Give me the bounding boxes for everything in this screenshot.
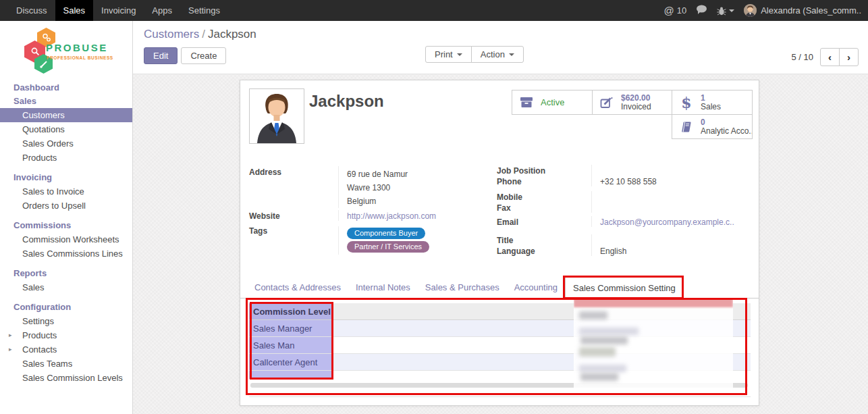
email-link[interactable]: Jackpson@yourcompany.example.c.. bbox=[600, 217, 734, 227]
sidebar-item-quotations[interactable]: Quotations bbox=[0, 122, 132, 136]
sidebar: PROBUSE PROFESSIONAL BUSINESS Dashboard … bbox=[0, 21, 133, 414]
tab-accounting[interactable]: Accounting bbox=[507, 276, 565, 298]
commission-level-cell[interactable]: Sales Manager bbox=[249, 320, 331, 336]
commission-level-header[interactable]: Commission Level bbox=[249, 303, 331, 319]
pager-previous-button[interactable]: ‹ bbox=[820, 48, 840, 66]
expand-arrow-icon: ▸ bbox=[9, 331, 12, 340]
tab-contacts-addresses[interactable]: Contacts & Addresses bbox=[247, 276, 348, 298]
job-position-value[interactable] bbox=[591, 165, 752, 176]
partner-photo[interactable] bbox=[249, 88, 304, 144]
fax-label: Fax bbox=[497, 202, 591, 213]
action-label: Action bbox=[481, 49, 505, 59]
print-caret-icon bbox=[457, 53, 462, 56]
invoiced-label: Invoiced bbox=[621, 103, 651, 111]
sidebar-item-sales-commission-levels[interactable]: Sales Commission Levels bbox=[0, 371, 132, 385]
form-canvas: Jackpson Active $620.00 bbox=[133, 74, 868, 414]
analytic-accounts-stat-button[interactable]: 0 Analytic Acco... bbox=[672, 114, 753, 139]
action-button[interactable]: Action bbox=[471, 46, 524, 63]
sidebar-heading-commissions[interactable]: Commissions bbox=[0, 213, 132, 232]
commission-level-cell[interactable]: Sales Man bbox=[249, 337, 331, 353]
user-menu[interactable]: Alexandra (Sales_comm.. bbox=[744, 4, 861, 17]
sidebar-item-commission-worksheets[interactable]: Commission Worksheets bbox=[0, 232, 132, 247]
messages-icon[interactable] bbox=[696, 5, 707, 17]
user-name: Alexandra (Sales_comm.. bbox=[761, 5, 861, 16]
sales-label: Sales bbox=[701, 103, 721, 111]
address-country: Belgium bbox=[347, 195, 493, 208]
sidebar-item-sales-to-invoice[interactable]: Sales to Invoice bbox=[0, 184, 132, 199]
phone-value[interactable]: +32 10 588 558 bbox=[591, 176, 752, 186]
sheet-divider bbox=[249, 396, 751, 397]
commission-level-cell[interactable]: Callcenter Agent bbox=[249, 354, 331, 370]
sidebar-item-reports-sales[interactable]: Sales bbox=[0, 280, 132, 294]
sidebar-item-config-contacts[interactable]: ▸ Contacts bbox=[0, 342, 132, 357]
analytic-label: Analytic Acco... bbox=[701, 127, 752, 136]
breadcrumb: Customers/Jackpson bbox=[144, 28, 857, 41]
tab-sales-purchases[interactable]: Sales & Purchases bbox=[418, 276, 507, 298]
tab-internal-notes[interactable]: Internal Notes bbox=[348, 276, 418, 298]
breadcrumb-customers-link[interactable]: Customers bbox=[144, 28, 199, 41]
probuse-logo: PROBUSE PROFESSIONAL BUSINESS bbox=[24, 28, 119, 72]
print-label: Print bbox=[435, 49, 453, 59]
book-icon bbox=[678, 121, 695, 133]
print-button[interactable]: Print bbox=[425, 46, 472, 63]
tags-label: Tags bbox=[249, 225, 338, 255]
menu-invoicing[interactable]: Invoicing bbox=[93, 0, 144, 21]
title-label: Title bbox=[497, 234, 591, 245]
partner-name: Jackpson bbox=[309, 92, 384, 111]
tags-field[interactable]: Components Buyer Partner / IT Services bbox=[338, 226, 493, 255]
dollar-icon: $ bbox=[678, 94, 695, 111]
sales-stat-button[interactable]: $ 1 Sales bbox=[672, 90, 753, 115]
control-panel: Customers/Jackpson Edit Create Print Act… bbox=[133, 21, 868, 74]
sidebar-item-products[interactable]: Products bbox=[0, 151, 132, 165]
mention-count: 10 bbox=[677, 5, 686, 16]
sidebar-heading-dashboard[interactable]: Dashboard bbox=[0, 75, 132, 95]
edit-pencil-icon bbox=[599, 97, 615, 109]
fax-value[interactable] bbox=[591, 202, 752, 213]
notebook-tabs: Contacts & Addresses Internal Notes Sale… bbox=[240, 276, 759, 299]
sidebar-item-label: Products bbox=[22, 330, 57, 340]
tag-partner-it-services[interactable]: Partner / IT Services bbox=[347, 241, 429, 253]
website-label: Website bbox=[249, 210, 338, 221]
sidebar-item-sales-commissions-lines[interactable]: Sales Commissions Lines bbox=[0, 247, 132, 261]
mobile-value[interactable] bbox=[591, 191, 752, 202]
menu-settings[interactable]: Settings bbox=[180, 0, 228, 21]
mentions-counter[interactable]: @ 10 bbox=[663, 5, 686, 16]
create-button[interactable]: Create bbox=[181, 47, 226, 64]
sidebar-heading-reports[interactable]: Reports bbox=[0, 261, 132, 280]
menu-sales[interactable]: Sales bbox=[55, 0, 94, 21]
pager-count: 5 / 10 bbox=[791, 52, 813, 62]
tag-components-buyer[interactable]: Components Buyer bbox=[347, 228, 425, 239]
sidebar-item-config-products[interactable]: ▸ Products bbox=[0, 328, 132, 342]
tab-sales-commission-setting[interactable]: Sales Commission Setting bbox=[565, 276, 684, 299]
edit-button[interactable]: Edit bbox=[144, 47, 178, 64]
email-label: Email bbox=[497, 216, 591, 227]
menu-discuss[interactable]: Discuss bbox=[8, 0, 55, 21]
sidebar-heading-configuration[interactable]: Configuration bbox=[0, 294, 132, 314]
website-link[interactable]: http://www.jackpson.com bbox=[347, 211, 436, 221]
address-city: Wavre 1300 bbox=[347, 181, 493, 195]
invoiced-stat-button[interactable]: $620.00 Invoiced bbox=[592, 90, 673, 115]
pager-next-button[interactable]: › bbox=[839, 48, 859, 66]
sidebar-item-sales-teams[interactable]: Sales Teams bbox=[0, 357, 132, 371]
active-stat-button[interactable]: Active bbox=[512, 90, 593, 115]
sidebar-heading-sales[interactable]: Sales bbox=[0, 95, 132, 108]
user-avatar bbox=[744, 4, 757, 17]
address-street: 69 rue de Namur bbox=[347, 167, 493, 181]
sidebar-heading-invoicing[interactable]: Invoicing bbox=[0, 165, 132, 184]
analytic-count: 0 bbox=[701, 118, 752, 127]
debug-icon[interactable] bbox=[717, 6, 734, 16]
breadcrumb-separator: / bbox=[199, 28, 208, 41]
title-value[interactable] bbox=[591, 234, 752, 245]
redacted-column-overlay bbox=[574, 299, 733, 395]
debug-caret-icon bbox=[729, 9, 734, 12]
menu-apps[interactable]: Apps bbox=[144, 0, 180, 21]
language-value[interactable]: English bbox=[591, 245, 752, 256]
sidebar-item-orders-to-upsell[interactable]: Orders to Upsell bbox=[0, 199, 132, 213]
archive-icon bbox=[518, 97, 535, 108]
sidebar-item-settings[interactable]: Settings bbox=[0, 314, 132, 328]
topbar-menus: Discuss Sales Invoicing Apps Settings bbox=[0, 0, 228, 21]
address-value[interactable]: 69 rue de Namur Wavre 1300 Belgium bbox=[338, 166, 493, 208]
sidebar-item-sales-orders[interactable]: Sales Orders bbox=[0, 136, 132, 151]
sidebar-item-customers[interactable]: Customers bbox=[0, 108, 132, 122]
sidebar-item-label: Contacts bbox=[22, 344, 57, 355]
